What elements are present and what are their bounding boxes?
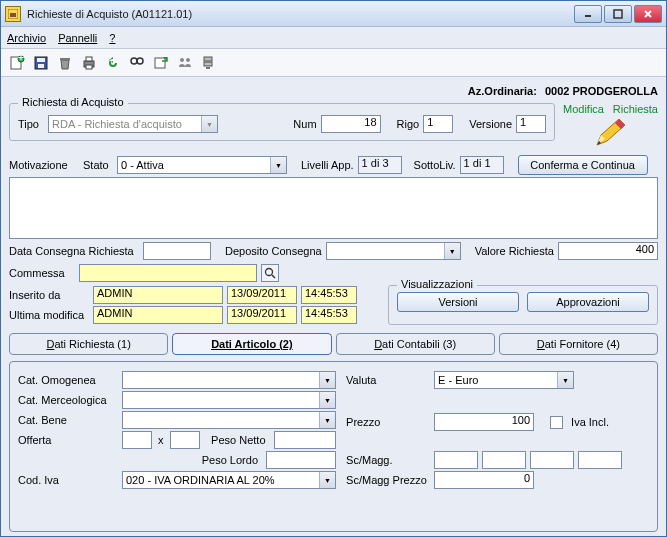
svg-rect-3 [614, 10, 622, 18]
svg-rect-22 [204, 57, 212, 61]
livelli-value: 1 di 3 [358, 156, 402, 174]
pencil-icon [563, 115, 658, 149]
valuta-select[interactable]: E - Euro▼ [434, 371, 574, 389]
approvazioni-button[interactable]: Approvazioni [527, 292, 649, 312]
peso-lordo-input[interactable] [266, 451, 336, 469]
richiesta-label: Richiesta [613, 103, 658, 115]
new-icon[interactable]: + [7, 53, 27, 73]
undo-icon[interactable] [103, 53, 123, 73]
svg-point-25 [266, 269, 273, 276]
livelli-label: Livelli App. [301, 159, 354, 171]
menu-help[interactable]: ? [109, 32, 115, 44]
ultima-time: 14:45:53 [301, 306, 357, 324]
versione-input[interactable]: 1 [516, 115, 546, 133]
svg-point-21 [186, 58, 190, 62]
cat-omogenea-label: Cat. Omogenea [18, 374, 118, 386]
app-icon [5, 6, 21, 22]
tab-dati-richiesta[interactable]: Dati Richiesta (1) [9, 333, 168, 355]
num-label: Num [293, 118, 316, 130]
inserito-user: ADMIN [93, 286, 223, 304]
scmagg-2[interactable] [482, 451, 526, 469]
versione-label: Versione [469, 118, 512, 130]
server-icon[interactable] [199, 53, 219, 73]
close-button[interactable] [634, 5, 662, 23]
save-icon[interactable] [31, 53, 51, 73]
offerta-x: x [156, 434, 166, 446]
cat-omogenea-select[interactable]: ▼ [122, 371, 336, 389]
svg-rect-1 [10, 13, 16, 17]
cat-bene-label: Cat. Bene [18, 414, 118, 426]
cat-bene-select[interactable]: ▼ [122, 411, 336, 429]
cat-merceologica-select[interactable]: ▼ [122, 391, 336, 409]
svg-rect-15 [86, 65, 92, 69]
scmagg-prezzo-label: Sc/Magg Prezzo [346, 474, 430, 486]
svg-point-16 [131, 58, 137, 64]
motivazione-textarea[interactable] [9, 177, 658, 239]
data-consegna-label: Data Consegna Richiesta [9, 245, 139, 257]
svg-rect-14 [86, 57, 92, 61]
menu-archivio[interactable]: Archivio [7, 32, 46, 44]
svg-point-17 [137, 58, 143, 64]
maximize-button[interactable] [604, 5, 632, 23]
svg-line-26 [272, 275, 275, 278]
svg-rect-10 [37, 58, 45, 62]
scmagg-1[interactable] [434, 451, 478, 469]
users-icon[interactable] [175, 53, 195, 73]
data-consegna-input[interactable] [143, 242, 211, 260]
commessa-label: Commessa [9, 267, 75, 279]
tipo-label: Tipo [18, 118, 44, 130]
cod-iva-label: Cod. Iva [18, 474, 118, 486]
print-icon[interactable] [79, 53, 99, 73]
stato-label: Stato [83, 159, 113, 171]
scmagg-label: Sc/Magg. [346, 454, 430, 466]
inserito-time: 14:45:53 [301, 286, 357, 304]
minimize-button[interactable] [574, 5, 602, 23]
lookup-icon[interactable] [261, 264, 279, 282]
tab-dati-contabili[interactable]: Dati Contabili (3) [336, 333, 495, 355]
cod-iva-select[interactable]: 020 - IVA ORDINARIA AL 20%▼ [122, 471, 336, 489]
iva-incl-label: Iva Incl. [571, 416, 609, 428]
tipo-select[interactable]: RDA - Richiesta d'acquisto▼ [48, 115, 218, 133]
iva-incl-checkbox[interactable] [550, 416, 563, 429]
inserito-label: Inserito da [9, 289, 89, 301]
cat-merceologica-label: Cat. Merceologica [18, 394, 118, 406]
peso-netto-input[interactable] [274, 431, 337, 449]
svg-rect-12 [60, 58, 70, 60]
menu-pannelli[interactable]: Pannelli [58, 32, 97, 44]
export-icon[interactable] [151, 53, 171, 73]
svg-rect-19 [155, 58, 165, 68]
delete-icon[interactable] [55, 53, 75, 73]
ultima-user: ADMIN [93, 306, 223, 324]
offerta-input-2[interactable] [170, 431, 200, 449]
modifica-label: Modifica [563, 103, 604, 115]
deposito-select[interactable]: ▼ [326, 242, 461, 260]
scmagg-3[interactable] [530, 451, 574, 469]
az-ordinaria-value: 0002 PRODGEROLLA [545, 85, 658, 97]
prezzo-input[interactable]: 100 [434, 413, 534, 431]
offerta-input-1[interactable] [122, 431, 152, 449]
svg-text:+: + [18, 55, 24, 63]
stato-select[interactable]: 0 - Attiva▼ [117, 156, 287, 174]
versioni-button[interactable]: Versioni [397, 292, 519, 312]
rigo-label: Rigo [397, 118, 420, 130]
commessa-input[interactable] [79, 264, 257, 282]
ultima-label: Ultima modifica [9, 309, 89, 321]
search-icon[interactable] [127, 53, 147, 73]
conferma-button[interactable]: Conferma e Continua [518, 155, 648, 175]
scmagg-prezzo-input[interactable]: 0 [434, 471, 534, 489]
svg-rect-23 [204, 62, 212, 66]
motivazione-label: Motivazione [9, 159, 79, 171]
sottoliv-label: SottoLiv. [414, 159, 456, 171]
rigo-input[interactable]: 1 [423, 115, 453, 133]
svg-rect-11 [38, 64, 44, 68]
peso-netto-label: Peso Netto [204, 434, 270, 446]
tab-dati-articolo[interactable]: Dati Articolo (2) [172, 333, 331, 355]
tab-dati-fornitore[interactable]: Dati Fornitore (4) [499, 333, 658, 355]
svg-rect-24 [206, 67, 210, 69]
valore-richiesta-input[interactable]: 400 [558, 242, 658, 260]
group-richiesta-title: Richiesta di Acquisto [18, 96, 128, 108]
scmagg-4[interactable] [578, 451, 622, 469]
num-input[interactable]: 18 [321, 115, 381, 133]
sottoliv-value: 1 di 1 [460, 156, 504, 174]
valuta-label: Valuta [346, 374, 430, 386]
